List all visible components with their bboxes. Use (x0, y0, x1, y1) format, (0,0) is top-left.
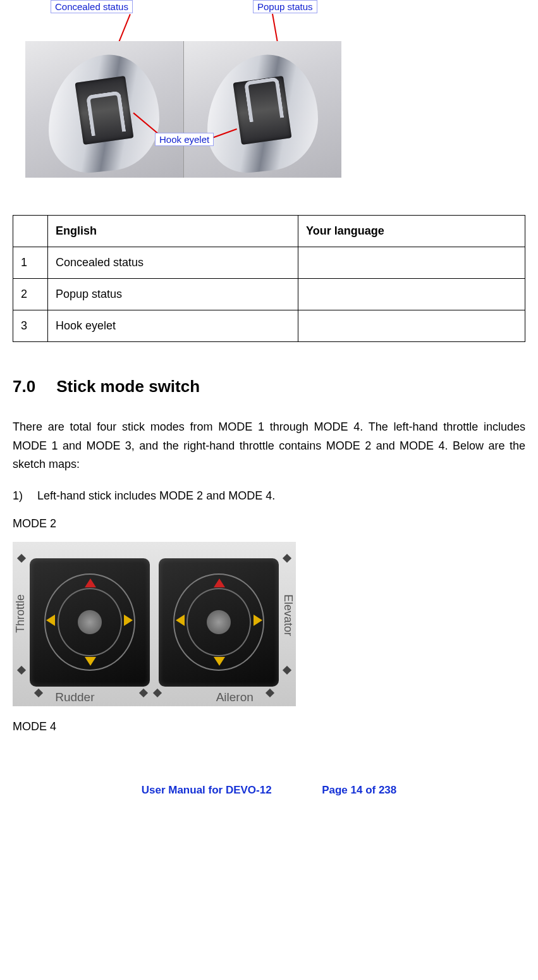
cell-yourlang (298, 310, 525, 342)
arrow-right-icon (124, 615, 133, 626)
marker-icon (283, 553, 291, 562)
cell-num: 3 (13, 310, 48, 342)
arrow-left-icon (46, 615, 55, 626)
table-header-row: English Your language (13, 216, 525, 247)
arrow-down-icon (85, 657, 96, 666)
device-photo (25, 41, 341, 178)
arrow-left-icon (176, 615, 185, 626)
cell-num: 2 (13, 279, 48, 310)
arrow-up-icon (85, 579, 96, 587)
marker-icon (34, 689, 43, 697)
arrow-up-icon (214, 579, 225, 587)
marker-icon (283, 666, 291, 675)
table-row: 1 Concealed status (13, 247, 525, 279)
axis-label-aileron: Aileron (216, 690, 254, 704)
cell-yourlang (298, 247, 525, 279)
section-title: Stick mode switch (56, 377, 200, 396)
callout-popup-status: Popup status (253, 0, 317, 13)
section-number: 7.0 (13, 377, 52, 396)
table-row: 2 Popup status (13, 279, 525, 310)
list-item-1: 1) Left-hand stick includes MODE 2 and M… (13, 487, 525, 506)
footer-product: User Manual for DEVO-12 (142, 784, 272, 796)
marker-icon (153, 689, 162, 697)
right-stick-pad (159, 558, 279, 687)
header-blank (13, 216, 48, 247)
list-text: Left-hand stick includes MODE 2 and MODE… (37, 489, 275, 502)
mode2-figure: Throttle Elevator Rudder Aileron (13, 542, 296, 706)
header-yourlang: Your language (298, 216, 525, 247)
cell-english: Popup status (48, 279, 298, 310)
section-heading: 7.0 Stick mode switch (13, 377, 525, 396)
marker-icon (266, 689, 274, 697)
axis-label-throttle: Throttle (14, 594, 27, 633)
arrow-right-icon (254, 615, 262, 626)
cell-english: Concealed status (48, 247, 298, 279)
cell-yourlang (298, 279, 525, 310)
terminology-table: English Your language 1 Concealed status… (13, 215, 525, 342)
mode4-label: MODE 4 (13, 720, 525, 733)
cell-num: 1 (13, 247, 48, 279)
section-intro: There are total four stick modes from MO… (13, 418, 525, 474)
header-english: English (48, 216, 298, 247)
axis-label-elevator: Elevator (281, 594, 295, 636)
callout-concealed-status: Concealed status (51, 0, 133, 13)
footer-page: Page 14 of 238 (322, 784, 396, 796)
left-stick-pad (30, 558, 150, 687)
callout-hook-eyelet: Hook eyelet (155, 133, 214, 146)
marker-icon (17, 553, 26, 562)
cell-english: Hook eyelet (48, 310, 298, 342)
hook-eyelet-figure: Concealed status Popup status Hook eyele… (19, 0, 335, 183)
mode2-label: MODE 2 (13, 517, 525, 530)
marker-icon (17, 666, 26, 675)
marker-icon (139, 689, 148, 697)
list-number: 1) (13, 487, 34, 506)
table-row: 3 Hook eyelet (13, 310, 525, 342)
page-footer: User Manual for DEVO-12 Page 14 of 238 (13, 784, 525, 797)
axis-label-rudder: Rudder (55, 690, 94, 704)
arrow-down-icon (214, 657, 225, 666)
